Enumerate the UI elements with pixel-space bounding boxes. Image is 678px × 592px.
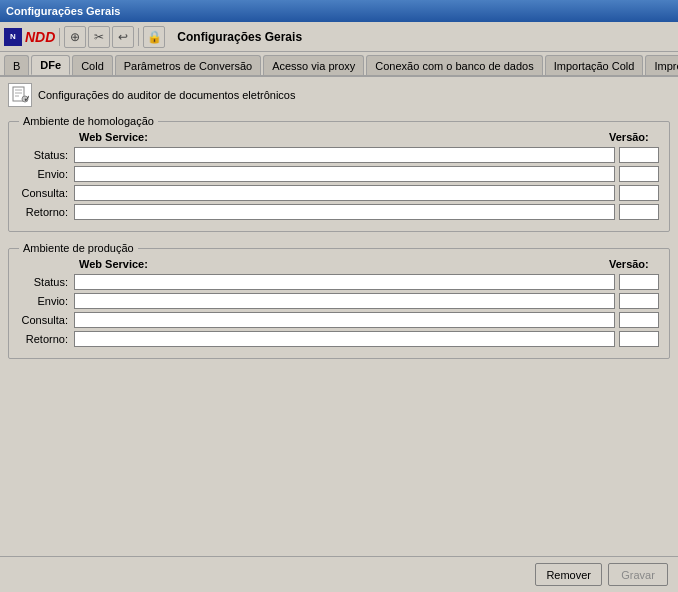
page-icon: ✓ <box>8 83 32 107</box>
tab-impressao[interactable]: Impressão <box>645 55 678 75</box>
producao-row-consulta: Consulta: <box>19 312 659 328</box>
homologacao-consulta-ws-input[interactable] <box>74 185 615 201</box>
logo-box: N <box>4 28 22 46</box>
homologacao-status-ws-input[interactable] <box>74 147 615 163</box>
producao-version-header: Versão: <box>609 258 659 270</box>
producao-retorno-ws-input[interactable] <box>74 331 615 347</box>
tab-acesso-label: Acesso via proxy <box>272 60 355 72</box>
toolbar-btn-back[interactable]: ↩ <box>112 26 134 48</box>
homologacao-consulta-label: Consulta: <box>19 187 74 199</box>
tab-b-label: B <box>13 60 20 72</box>
logo-ndd: NDD <box>25 29 55 45</box>
producao-row-envio: Envio: <box>19 293 659 309</box>
producao-consulta-label: Consulta: <box>19 314 74 326</box>
main-window: Configurações Gerais N NDD ⊕ ✂ ↩ 🔒 Confi… <box>0 0 678 592</box>
tab-b[interactable]: B <box>4 55 29 75</box>
producao-status-label: Status: <box>19 276 74 288</box>
toolbar-btn-cut[interactable]: ✂ <box>88 26 110 48</box>
producao-retorno-label: Retorno: <box>19 333 74 345</box>
homologacao-header: Web Service: Versão: <box>19 131 659 143</box>
producao-envio-ws-input[interactable] <box>74 293 615 309</box>
tab-cold-label: Cold <box>81 60 104 72</box>
toolbar-title: Configurações Gerais <box>177 30 302 44</box>
toolbar-separator-2 <box>138 28 139 46</box>
page-description: Configurações do auditor de documentos e… <box>38 89 295 101</box>
homologacao-retorno-label: Retorno: <box>19 206 74 218</box>
homologacao-status-label: Status: <box>19 149 74 161</box>
homologacao-legend: Ambiente de homologação <box>19 115 158 127</box>
producao-header: Web Service: Versão: <box>19 258 659 270</box>
tab-bar: B DFe Cold Parâmetros de Conversão Acess… <box>0 52 678 77</box>
remover-button[interactable]: Remover <box>535 563 602 586</box>
tab-acesso[interactable]: Acesso via proxy <box>263 55 364 75</box>
homologacao-ws-header: Web Service: <box>79 131 609 143</box>
content-area: ✓ Configurações do auditor de documentos… <box>0 77 678 556</box>
homologacao-envio-label: Envio: <box>19 168 74 180</box>
tab-cold[interactable]: Cold <box>72 55 113 75</box>
tab-conexao-label: Conexão com o banco de dados <box>375 60 533 72</box>
tab-importacao[interactable]: Importação Cold <box>545 55 644 75</box>
tab-parametros-label: Parâmetros de Conversão <box>124 60 252 72</box>
bottom-bar: Remover Gravar <box>0 556 678 592</box>
homologacao-row-status: Status: <box>19 147 659 163</box>
title-bar: Configurações Gerais <box>0 0 678 22</box>
homologacao-row-envio: Envio: <box>19 166 659 182</box>
tab-impressao-label: Impressão <box>654 60 678 72</box>
toolbar-separator-1 <box>59 28 60 46</box>
homologacao-envio-version-input[interactable] <box>619 166 659 182</box>
producao-fieldset: Ambiente de produção Web Service: Versão… <box>8 242 670 359</box>
homologacao-status-version-input[interactable] <box>619 147 659 163</box>
producao-envio-version-input[interactable] <box>619 293 659 309</box>
producao-consulta-version-input[interactable] <box>619 312 659 328</box>
page-header: ✓ Configurações do auditor de documentos… <box>8 83 670 107</box>
svg-text:✓: ✓ <box>23 92 29 104</box>
toolbar: N NDD ⊕ ✂ ↩ 🔒 Configurações Gerais <box>0 22 678 52</box>
producao-ws-header: Web Service: <box>79 258 609 270</box>
producao-status-ws-input[interactable] <box>74 274 615 290</box>
homologacao-envio-ws-input[interactable] <box>74 166 615 182</box>
window-title: Configurações Gerais <box>6 5 120 17</box>
producao-consulta-ws-input[interactable] <box>74 312 615 328</box>
tab-dfe-label: DFe <box>40 59 61 71</box>
tab-parametros[interactable]: Parâmetros de Conversão <box>115 55 261 75</box>
homologacao-version-header: Versão: <box>609 131 659 143</box>
homologacao-retorno-ws-input[interactable] <box>74 204 615 220</box>
dfe-icon: ✓ <box>11 86 29 104</box>
producao-legend: Ambiente de produção <box>19 242 138 254</box>
homologacao-row-consulta: Consulta: <box>19 185 659 201</box>
producao-retorno-version-input[interactable] <box>619 331 659 347</box>
toolbar-btn-security[interactable]: 🔒 <box>143 26 165 48</box>
producao-status-version-input[interactable] <box>619 274 659 290</box>
producao-row-retorno: Retorno: <box>19 331 659 347</box>
toolbar-btn-add[interactable]: ⊕ <box>64 26 86 48</box>
homologacao-fieldset: Ambiente de homologação Web Service: Ver… <box>8 115 670 232</box>
tab-conexao[interactable]: Conexão com o banco de dados <box>366 55 542 75</box>
gravar-button[interactable]: Gravar <box>608 563 668 586</box>
tab-importacao-label: Importação Cold <box>554 60 635 72</box>
homologacao-retorno-version-input[interactable] <box>619 204 659 220</box>
homologacao-row-retorno: Retorno: <box>19 204 659 220</box>
producao-row-status: Status: <box>19 274 659 290</box>
homologacao-consulta-version-input[interactable] <box>619 185 659 201</box>
producao-envio-label: Envio: <box>19 295 74 307</box>
tab-dfe[interactable]: DFe <box>31 55 70 75</box>
